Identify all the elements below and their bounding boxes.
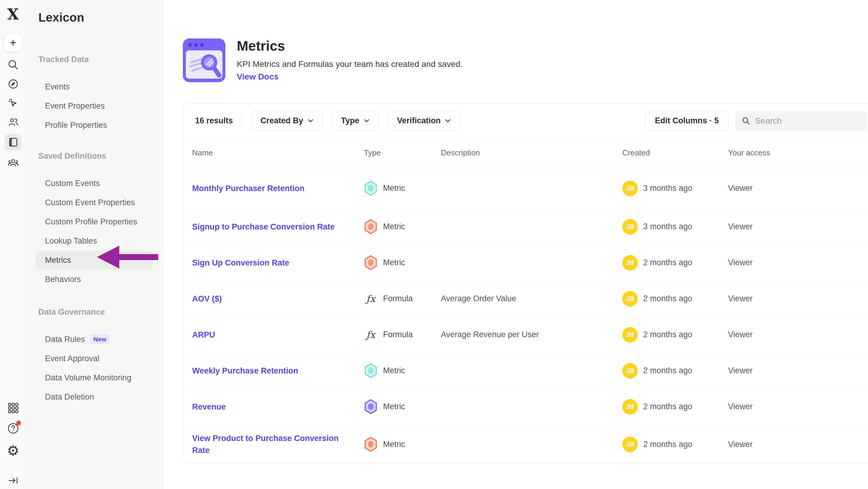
- table-row: Weekly Purchase RetentionMetricJB2 month…: [184, 353, 868, 389]
- metric-name-link[interactable]: Weekly Purchase Retention: [192, 365, 298, 377]
- filter-button-created-by[interactable]: Created By: [251, 111, 323, 131]
- sidebar-item-label: Custom Profile Properties: [45, 217, 137, 227]
- metric-orange-icon: [364, 255, 378, 270]
- sidebar-item-behaviors[interactable]: Behaviors: [26, 270, 163, 289]
- metrics-table-card: 16 results Created ByTypeVerification Ed…: [183, 104, 868, 463]
- table-row: Monthly Purchaser RetentionMetricJB3 mon…: [184, 168, 868, 209]
- creator-avatar: JB: [622, 363, 638, 379]
- creator-avatar: JB: [622, 255, 638, 270]
- type-label: Metric: [383, 402, 405, 411]
- search-input[interactable]: [755, 116, 861, 126]
- sidebar-item-label: Custom Event Properties: [45, 198, 135, 207]
- notification-dot: [16, 421, 21, 425]
- sidebar-item-label: Events: [45, 82, 70, 91]
- metric-orange-icon: [364, 437, 378, 452]
- sidebar-item-events[interactable]: Events: [26, 77, 163, 96]
- lexicon-directory-icon[interactable]: [5, 134, 22, 151]
- type-label: Metric: [383, 222, 405, 231]
- table-body: Monthly Purchaser RetentionMetricJB3 mon…: [184, 168, 868, 463]
- sidebar-item-label: Data Rules: [45, 335, 85, 344]
- access-cell: Viewer: [728, 222, 868, 231]
- metric-orange-icon: [364, 219, 378, 234]
- apps-grid-icon[interactable]: [7, 401, 20, 414]
- sidebar-item-profile-properties[interactable]: Profile Properties: [26, 115, 163, 135]
- formula-fx-icon: ƒx: [364, 293, 378, 305]
- view-docs-link[interactable]: View Docs: [237, 72, 279, 82]
- metric-teal-icon: [364, 363, 378, 378]
- toolbar-divider: [242, 112, 242, 130]
- sidebar: Lexicon Tracked DataEventsEvent Properti…: [26, 0, 163, 489]
- search-icon[interactable]: [7, 58, 20, 71]
- page-title-lexicon: Lexicon: [38, 11, 163, 24]
- access-cell: Viewer: [728, 330, 868, 339]
- created-time: 2 months ago: [643, 294, 692, 303]
- access-cell: Viewer: [728, 183, 868, 193]
- new-badge: New: [90, 334, 110, 344]
- sidebar-item-event-properties[interactable]: Event Properties: [26, 96, 163, 115]
- filter-button-verification[interactable]: Verification: [388, 111, 460, 131]
- events-cursor-icon[interactable]: [7, 96, 20, 110]
- create-new-button[interactable]: +: [4, 34, 22, 52]
- help-icon[interactable]: [7, 422, 20, 435]
- metrics-app-icon: [183, 38, 225, 83]
- sidebar-item-event-approval[interactable]: Event Approval: [26, 349, 163, 368]
- table-row: RevenueMetricJB2 months agoViewer: [184, 389, 868, 425]
- access-cell: Viewer: [728, 402, 868, 411]
- created-time: 2 months ago: [643, 330, 692, 339]
- formula-fx-icon: ƒx: [364, 329, 378, 341]
- chevron-down-icon: [445, 119, 451, 123]
- table-row: Signup to Purchase Conversion RateMetric…: [184, 209, 868, 245]
- metric-teal-icon: [364, 181, 378, 196]
- sign-out-icon[interactable]: [7, 474, 20, 487]
- col-your-access: Your access: [728, 148, 868, 157]
- section-label-saved-definitions: Saved Definitions: [38, 151, 163, 161]
- creator-avatar: JB: [622, 219, 638, 235]
- type-label: Formula: [383, 294, 413, 303]
- users-icon[interactable]: [7, 116, 20, 129]
- chevron-down-icon: [364, 119, 370, 123]
- created-time: 2 months ago: [643, 366, 692, 375]
- metric-name-link[interactable]: Signup to Purchase Conversion Rate: [192, 221, 335, 233]
- metric-name-link[interactable]: Revenue: [192, 401, 226, 413]
- icon-rail: X + ⚙: [0, 0, 26, 489]
- created-time: 2 months ago: [643, 258, 692, 267]
- metric-name-link[interactable]: View Product to Purchase Conversion Rate: [192, 432, 353, 456]
- description-cell: Average Order Value: [441, 294, 622, 303]
- sidebar-item-data-volume-monitoring[interactable]: Data Volume Monitoring: [26, 368, 163, 387]
- settings-gear-icon[interactable]: ⚙: [7, 444, 20, 457]
- created-time: 2 months ago: [643, 402, 692, 411]
- sidebar-item-label: Data Deletion: [45, 393, 94, 402]
- sidebar-item-data-rules[interactable]: Data RulesNew: [26, 330, 163, 349]
- filter-button-type[interactable]: Type: [332, 111, 379, 131]
- creator-avatar: JB: [622, 291, 638, 307]
- explore-compass-icon[interactable]: [7, 78, 20, 91]
- sidebar-item-label: Lookup Tables: [45, 236, 97, 246]
- sidebar-item-custom-profile-properties[interactable]: Custom Profile Properties: [26, 212, 163, 231]
- metric-name-link[interactable]: Monthly Purchaser Retention: [192, 182, 305, 194]
- page-description: KPI Metrics and Formulas your team has c…: [237, 59, 463, 69]
- sidebar-item-custom-events[interactable]: Custom Events: [26, 174, 163, 193]
- filter-label: Verification: [397, 116, 441, 125]
- edit-columns-button[interactable]: Edit Columns · 5: [645, 111, 728, 131]
- type-label: Metric: [383, 366, 405, 375]
- table-row: View Product to Purchase Conversion Rate…: [184, 425, 868, 463]
- sidebar-item-data-deletion[interactable]: Data Deletion: [26, 387, 163, 406]
- table-row: ARPUƒxFormulaAverage Revenue per UserJB2…: [184, 317, 868, 353]
- filter-label: Created By: [260, 116, 303, 125]
- type-label: Formula: [383, 330, 413, 339]
- table-header-row: Name Type Description Created Your acces…: [184, 138, 868, 168]
- metric-name-link[interactable]: Sign Up Conversion Rate: [192, 257, 289, 269]
- sidebar-item-label: Profile Properties: [45, 121, 107, 130]
- mixpanel-logo-icon[interactable]: X: [7, 5, 19, 23]
- sidebar-section-tracked-data: Tracked DataEventsEvent PropertiesProfil…: [26, 55, 163, 135]
- table-row: AOV ($)ƒxFormulaAverage Order ValueJB2 m…: [184, 281, 868, 317]
- rail-divider: [0, 467, 26, 467]
- creator-avatar: JB: [622, 399, 638, 414]
- metric-name-link[interactable]: ARPU: [192, 329, 215, 341]
- sidebar-item-custom-event-properties[interactable]: Custom Event Properties: [26, 193, 163, 212]
- main-content: Metrics KPI Metrics and Formulas your te…: [164, 0, 868, 489]
- sidebar-item-label: Custom Events: [45, 179, 100, 188]
- cohorts-group-icon[interactable]: [7, 156, 20, 170]
- table-toolbar: 16 results Created ByTypeVerification Ed…: [184, 104, 868, 138]
- metric-name-link[interactable]: AOV ($): [192, 293, 222, 305]
